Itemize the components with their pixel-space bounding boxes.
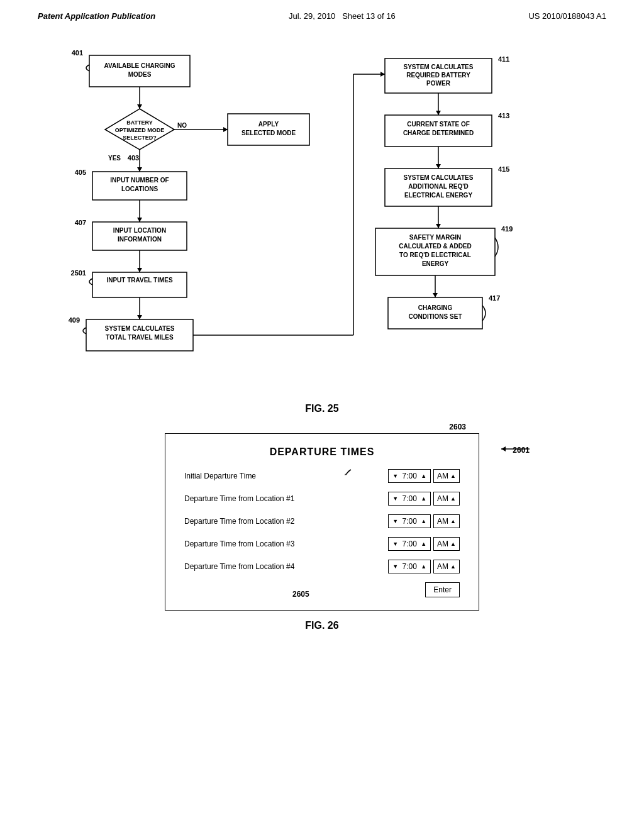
ampm-value-3: AM — [437, 540, 448, 548]
time-box-3[interactable]: ▼ 7:00 ▲ — [388, 537, 431, 551]
svg-text:2501: 2501 — [71, 269, 86, 277]
svg-text:413: 413 — [498, 112, 509, 119]
ampm-box-3[interactable]: AM ▲ — [433, 537, 460, 551]
svg-rect-26 — [92, 222, 187, 250]
ampm-up-2[interactable]: ▲ — [450, 518, 456, 524]
svg-text:407: 407 — [75, 219, 86, 226]
svg-text:INPUT NUMBER OF: INPUT NUMBER OF — [110, 177, 169, 184]
ampm-up-3[interactable]: ▲ — [450, 541, 456, 547]
svg-marker-51 — [436, 111, 441, 115]
time-up-2[interactable]: ▲ — [421, 518, 426, 524]
time-up-4[interactable]: ▲ — [421, 563, 426, 570]
time-value-1: 7:00 — [401, 494, 418, 503]
svg-rect-20 — [92, 172, 187, 200]
departure-times-wrapper: DEPARTURE TIMES Initial Departure Time ▼… — [146, 433, 498, 611]
time-down-3[interactable]: ▼ — [392, 541, 398, 547]
svg-text:405: 405 — [75, 169, 86, 176]
svg-text:LOCATIONS: LOCATIONS — [121, 185, 158, 192]
edit-icon — [341, 466, 353, 479]
page-header: Patent Application Publication Jul. 29, … — [0, 0, 644, 27]
departure-controls-1: ▼ 7:00 ▲ AM ▲ — [388, 492, 460, 506]
ampm-up-1[interactable]: ▲ — [450, 495, 456, 502]
svg-rect-15 — [228, 114, 309, 145]
departure-label-4: Departure Time from Location #4 — [184, 562, 310, 571]
svg-text:YES: YES — [108, 155, 121, 162]
date-sheet: Jul. 29, 2010 Sheet 13 of 16 — [289, 11, 396, 21]
time-down-4[interactable]: ▼ — [392, 563, 398, 570]
svg-text:INPUT TRAVEL TIMES: INPUT TRAVEL TIMES — [106, 277, 173, 284]
fig25-caption: FIG. 25 — [38, 403, 606, 414]
svg-text:SYSTEM CALCULATES: SYSTEM CALCULATES — [404, 174, 474, 181]
sheet-label: Sheet 13 of 16 — [342, 11, 396, 21]
time-box-4[interactable]: ▼ 7:00 ▲ — [388, 560, 431, 573]
svg-text:NO: NO — [177, 122, 187, 129]
svg-rect-73 — [388, 297, 482, 329]
time-box-2[interactable]: ▼ 7:00 ▲ — [388, 514, 431, 528]
svg-rect-37 — [86, 319, 193, 351]
departure-row-4: Departure Time from Location #4 ▼ 7:00 ▲… — [184, 560, 460, 573]
ampm-value-0: AM — [437, 472, 448, 480]
time-box-0[interactable]: ▼ 7:00 ▲ — [388, 469, 431, 483]
svg-text:417: 417 — [489, 294, 500, 302]
svg-rect-58 — [385, 169, 492, 206]
departure-label-3: Departure Time from Location #3 — [184, 540, 310, 548]
time-down-1[interactable]: ▼ — [392, 495, 398, 502]
svg-marker-19 — [137, 167, 142, 172]
departure-label-0: Initial Departure Time — [184, 472, 310, 480]
svg-text:SELECTED MODE: SELECTED MODE — [242, 130, 296, 136]
time-up-1[interactable]: ▲ — [421, 495, 426, 502]
ampm-box-4[interactable]: AM ▲ — [433, 560, 460, 573]
time-value-3: 7:00 — [401, 540, 418, 548]
svg-text:ENERGY: ENERGY — [422, 260, 449, 267]
svg-text:403: 403 — [128, 154, 139, 162]
time-up-3[interactable]: ▲ — [421, 541, 426, 547]
departure-times-box: DEPARTURE TIMES Initial Departure Time ▼… — [165, 433, 479, 611]
svg-marker-5 — [137, 104, 142, 109]
svg-marker-64 — [436, 224, 441, 228]
svg-marker-6 — [105, 109, 174, 150]
svg-rect-32 — [92, 272, 187, 297]
svg-marker-31 — [137, 268, 142, 272]
svg-rect-65 — [375, 228, 495, 275]
time-down-2[interactable]: ▼ — [392, 518, 398, 524]
departure-label-2: Departure Time from Location #2 — [184, 517, 310, 526]
enter-button[interactable]: Enter — [425, 582, 460, 597]
flowchart-svg: AVAILABLE CHARGING MODES 401 BATTERY OPT… — [52, 33, 592, 398]
time-box-1[interactable]: ▼ 7:00 ▲ — [388, 492, 431, 506]
ampm-up-4[interactable]: ▲ — [450, 563, 456, 570]
ampm-value-1: AM — [437, 494, 448, 503]
ampm-box-2[interactable]: AM ▲ — [433, 514, 460, 528]
svg-text:AVAILABLE CHARGING: AVAILABLE CHARGING — [104, 62, 175, 69]
flowchart-fig25: AVAILABLE CHARGING MODES 401 BATTERY OPT… — [52, 33, 592, 398]
publication-label: Patent Application Publication — [38, 11, 155, 21]
main-content: AVAILABLE CHARGING MODES 401 BATTERY OPT… — [0, 27, 644, 638]
time-value-4: 7:00 — [401, 562, 418, 571]
time-up-0[interactable]: ▲ — [421, 473, 426, 479]
svg-marker-25 — [137, 218, 142, 222]
svg-text:OPTIMIZED MODE: OPTIMIZED MODE — [115, 127, 165, 133]
ampm-up-0[interactable]: ▲ — [450, 473, 456, 479]
fig26-caption: FIG. 26 — [38, 620, 606, 631]
ref-2603: 2603 — [449, 423, 466, 431]
svg-text:CURRENT STATE OF: CURRENT STATE OF — [407, 121, 470, 128]
svg-marker-36 — [137, 315, 142, 319]
svg-text:BATTERY: BATTERY — [126, 119, 153, 126]
svg-text:CHARGE DETERMINED: CHARGE DETERMINED — [403, 130, 474, 136]
svg-text:SYSTEM CALCULATES: SYSTEM CALCULATES — [404, 64, 474, 70]
ampm-value-2: AM — [437, 517, 448, 526]
ref-2605: 2605 — [292, 590, 352, 599]
departure-controls-3: ▼ 7:00 ▲ AM ▲ — [388, 537, 460, 551]
ampm-box-0[interactable]: AM ▲ — [433, 469, 460, 483]
time-value-2: 7:00 — [401, 517, 418, 526]
ampm-box-1[interactable]: AM ▲ — [433, 492, 460, 506]
svg-marker-14 — [223, 127, 228, 132]
departure-controls-0: ▼ 7:00 ▲ AM ▲ — [388, 469, 460, 483]
svg-marker-72 — [433, 293, 438, 297]
svg-rect-52 — [385, 115, 492, 147]
ref-arrow-2601 — [495, 443, 533, 462]
svg-text:SYSTEM CALCULATES: SYSTEM CALCULATES — [105, 325, 175, 332]
svg-marker-44 — [380, 72, 385, 77]
svg-marker-57 — [436, 164, 441, 169]
departure-row-3: Departure Time from Location #3 ▼ 7:00 ▲… — [184, 537, 460, 551]
time-down-0[interactable]: ▼ — [392, 473, 398, 479]
